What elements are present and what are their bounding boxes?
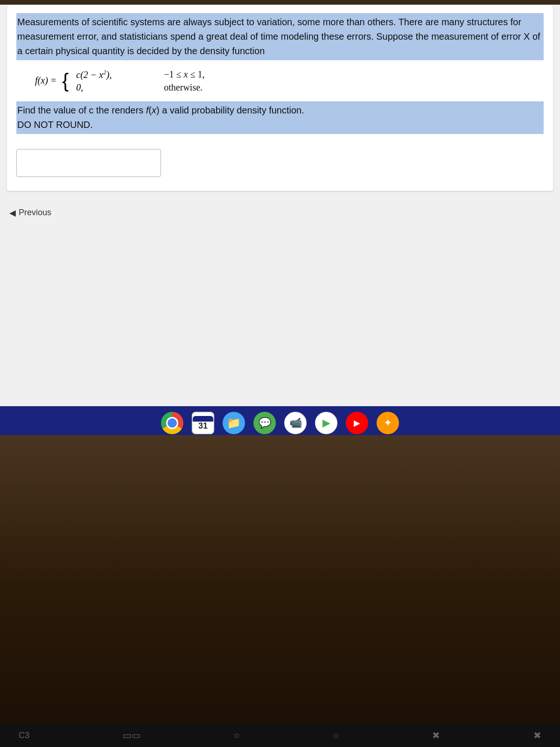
paragraph2-block: Find the value of c the renders f(x) a v…	[16, 101, 544, 134]
nav-area: ◀ Previous	[0, 196, 560, 222]
paragraph2-text: Find the value of c the renders f(x) a v…	[17, 105, 304, 130]
screen: Measurements of scientific systems are a…	[0, 5, 560, 472]
prev-arrow-icon: ◀	[9, 208, 16, 218]
laptop-bezel: C3 ▭▭ ○ ○ ✖ ✖	[0, 435, 560, 747]
case1-cond: −1 ≤ x ≤ 1,	[164, 69, 204, 80]
case2-cond: otherwise.	[164, 82, 203, 93]
previous-button[interactable]: ◀ Previous	[4, 204, 57, 222]
formula-lhs: f(x) =	[35, 75, 56, 86]
content-card: Measurements of scientific systems are a…	[7, 5, 553, 191]
paragraph1-block: Measurements of scientific systems are a…	[16, 13, 544, 60]
bottom-bar: C3 ▭▭ ○ ○ ✖ ✖	[0, 724, 560, 747]
answer-box-container	[16, 144, 544, 182]
meet-icon[interactable]	[284, 412, 307, 434]
add-icon[interactable]	[377, 412, 399, 434]
case-row-1: c(2 − x2), −1 ≤ x ≤ 1,	[76, 69, 204, 80]
chrome-icon[interactable]	[161, 412, 183, 434]
bottom-x1: ✖	[432, 730, 440, 741]
chat-icon[interactable]	[253, 412, 276, 434]
case2-expr: 0,	[76, 82, 151, 93]
formula-cases: c(2 − x2), −1 ≤ x ≤ 1, 0, otherwise.	[76, 69, 204, 93]
bottom-circle2: ○	[333, 730, 339, 741]
play-icon[interactable]	[315, 412, 337, 434]
case1-expr: c(2 − x2),	[76, 69, 151, 80]
paragraph1-text: Measurements of scientific systems are a…	[17, 17, 540, 56]
case-row-2: 0, otherwise.	[76, 82, 204, 93]
calendar-date: 31	[198, 422, 208, 430]
bottom-left-label: C3	[19, 731, 29, 740]
bottom-circle1: ○	[234, 730, 239, 741]
formula-area: f(x) = { c(2 − x2), −1 ≤ x ≤ 1, 0,	[35, 60, 544, 101]
previous-label: Previous	[19, 208, 51, 218]
formula-brace: {	[62, 71, 69, 91]
youtube-icon[interactable]	[346, 412, 368, 434]
files-icon[interactable]	[223, 412, 245, 434]
calendar-icon[interactable]: 31	[192, 412, 214, 434]
bottom-middle-icon: ▭▭	[123, 730, 140, 741]
answer-input-box[interactable]	[16, 149, 161, 177]
bottom-x2: ✖	[533, 730, 541, 741]
